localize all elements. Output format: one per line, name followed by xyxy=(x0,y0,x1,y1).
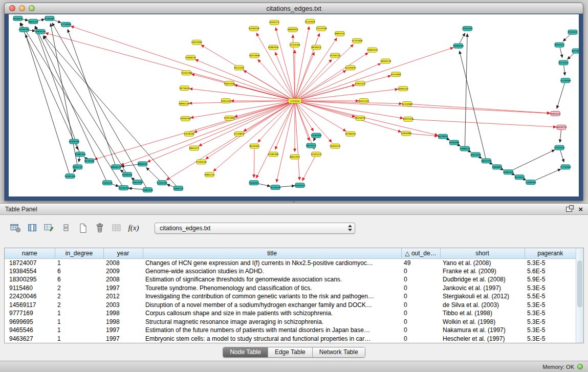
table-row[interactable]: 969969511998Structural magnetic resonanc… xyxy=(5,318,576,326)
graph-edge[interactable] xyxy=(79,157,80,162)
graph-node[interactable]: 17654321 xyxy=(355,81,366,86)
cell-name[interactable]: 18724007 xyxy=(5,258,55,267)
graph-node[interactable]: 10196252 xyxy=(345,132,356,136)
graph-edge[interactable] xyxy=(26,34,69,173)
minimize-window-button[interactable] xyxy=(19,5,25,11)
graph-node[interactable]: 18023456 xyxy=(224,81,235,86)
graph-edge[interactable] xyxy=(560,48,562,58)
column-header-pagerank[interactable]: pagerank xyxy=(525,248,576,258)
memory-status-icon[interactable] xyxy=(577,364,583,369)
graph-node[interactable]: 14850983 xyxy=(401,131,412,136)
table-row[interactable]: 1830029562008Estimation of significance … xyxy=(5,275,576,284)
network-canvas[interactable]: 1724016162514329425676101962521583457112… xyxy=(9,14,579,196)
cell-pagerank[interactable]: 5.3E-5 xyxy=(525,326,576,335)
cell-title[interactable]: Structural magnetic resonance image aver… xyxy=(143,318,401,326)
graph-node[interactable]: 11223344 xyxy=(289,42,300,47)
graph-edge[interactable] xyxy=(460,51,486,158)
table-selector-dropdown[interactable]: citations_edges.txt xyxy=(155,223,355,234)
cell-name[interactable]: 9699695 xyxy=(5,318,55,326)
graph-node[interactable]: 14725836 xyxy=(352,38,363,43)
graph-node[interactable]: 9981234 xyxy=(205,172,214,177)
cell-year[interactable]: 2003 xyxy=(103,301,143,310)
graph-node[interactable]: 9356098 xyxy=(449,140,459,145)
graph-edge[interactable] xyxy=(465,34,467,146)
cell-title[interactable]: Genome-wide association studies in ADHD. xyxy=(143,267,401,276)
graph-node[interactable]: 15081359 xyxy=(75,152,86,157)
graph-node[interactable]: 7691234 xyxy=(221,99,231,103)
cell-name[interactable]: 9777169 xyxy=(5,309,55,318)
graph-node[interactable]: 16092345 xyxy=(503,170,514,174)
graph-node[interactable]: 18012345 xyxy=(481,159,492,163)
cell-year[interactable]: 1997 xyxy=(103,326,143,335)
table-settings-icon[interactable] xyxy=(9,223,21,234)
graph-edge[interactable] xyxy=(189,89,292,100)
graph-node[interactable]: 15834571 xyxy=(330,144,341,148)
show-columns-icon[interactable] xyxy=(26,223,38,234)
graph-node[interactable]: 7626205 xyxy=(249,181,259,185)
cell-pagerank[interactable]: 5.9E-5 xyxy=(525,275,576,284)
cell-title[interactable]: Tourette syndrome. Phenomenology and cla… xyxy=(143,284,401,293)
graph-node[interactable]: 16660910 xyxy=(287,27,298,32)
cell-title[interactable]: Estimation of the future numbers of pati… xyxy=(143,326,401,335)
close-panel-icon[interactable]: × xyxy=(578,205,583,213)
graph-node[interactable]: 10456782 xyxy=(180,116,191,121)
graph-node[interactable]: 16029731 xyxy=(556,125,567,129)
new-document-icon[interactable] xyxy=(77,223,89,234)
graph-edge[interactable] xyxy=(194,102,292,133)
graph-node[interactable]: 9634505 xyxy=(250,144,259,148)
graph-edge[interactable] xyxy=(43,35,177,186)
cell-name[interactable]: 14569117 xyxy=(5,301,55,310)
table-scrollbar[interactable] xyxy=(576,248,583,343)
graph-node[interactable]: 9460881 xyxy=(492,165,502,169)
graph-edge[interactable] xyxy=(295,27,309,99)
graph-node[interactable]: 9273645 xyxy=(180,86,189,91)
table-row[interactable]: 946554611997Estimation of the future num… xyxy=(5,326,576,335)
graph-node[interactable]: 8863104 xyxy=(29,19,38,24)
graph-edge[interactable] xyxy=(201,45,293,100)
graph-node[interactable]: 12987045 xyxy=(142,188,154,192)
cell-in_degree[interactable]: 1 xyxy=(55,318,103,326)
graph-node[interactable]: 14560781 xyxy=(18,27,30,32)
cell-name[interactable]: 9465546 xyxy=(5,326,55,335)
graph-node[interactable]: 10023456 xyxy=(470,152,482,157)
cell-year[interactable]: 2008 xyxy=(103,258,143,267)
cell-short[interactable]: Yano et al. (2008) xyxy=(440,258,525,267)
graph-node[interactable]: 15550123 xyxy=(330,53,341,58)
graph-node[interactable]: 15342780 xyxy=(181,71,192,75)
graph-node[interactable]: 12345670 xyxy=(345,65,356,70)
graph-edge[interactable] xyxy=(45,33,292,100)
cell-pagerank[interactable]: 5.3E-5 xyxy=(525,309,576,318)
graph-edge[interactable] xyxy=(296,103,310,141)
cell-pagerank[interactable]: 5.5E-5 xyxy=(525,292,576,301)
cell-short[interactable]: Franke et al. (2009) xyxy=(440,267,525,276)
cell-in_degree[interactable]: 1 xyxy=(55,335,103,343)
graph-edge[interactable] xyxy=(557,83,565,108)
graph-node[interactable]: 15013907 xyxy=(224,116,235,120)
graph-edge[interactable] xyxy=(213,102,293,171)
graph-edge[interactable] xyxy=(276,28,294,99)
cell-out_degree[interactable]: 0 xyxy=(401,309,440,318)
graph-node[interactable]: 11098765 xyxy=(526,180,537,185)
graph-node[interactable]: 8132904 xyxy=(306,19,315,24)
column-header-name[interactable]: name xyxy=(5,248,55,258)
graph-edge[interactable] xyxy=(411,119,556,127)
graph-node[interactable]: 9104221 xyxy=(568,30,578,34)
graph-edge[interactable] xyxy=(409,134,438,136)
graph-node[interactable]: 15216758 xyxy=(118,186,129,190)
graph-node[interactable]: 20260594 xyxy=(69,139,80,144)
graph-node[interactable]: 8679919 xyxy=(438,134,448,139)
cell-out_degree[interactable]: 0 xyxy=(401,284,440,293)
graph-node[interactable]: 9190287 xyxy=(45,16,55,20)
cell-in_degree[interactable]: 6 xyxy=(55,275,103,284)
cell-title[interactable]: Changes of HCN gene expression and I(f) … xyxy=(143,258,401,267)
table-row[interactable]: 2242004622012Investigating the contribut… xyxy=(5,292,576,301)
cell-in_degree[interactable]: 1 xyxy=(55,258,103,267)
cell-title[interactable]: Corpus callosum shape and size in male p… xyxy=(143,309,401,318)
cell-year[interactable]: 1998 xyxy=(103,309,143,318)
graph-edge[interactable] xyxy=(560,130,561,143)
scrollbar-thumb[interactable] xyxy=(577,260,582,308)
graph-node[interactable]: 11239812 xyxy=(234,132,245,136)
cell-pagerank[interactable]: 5.3E-5 xyxy=(525,301,576,310)
table-row[interactable]: 1872400712008Changes of HCN gene express… xyxy=(5,258,576,267)
graph-edge[interactable] xyxy=(20,23,73,139)
